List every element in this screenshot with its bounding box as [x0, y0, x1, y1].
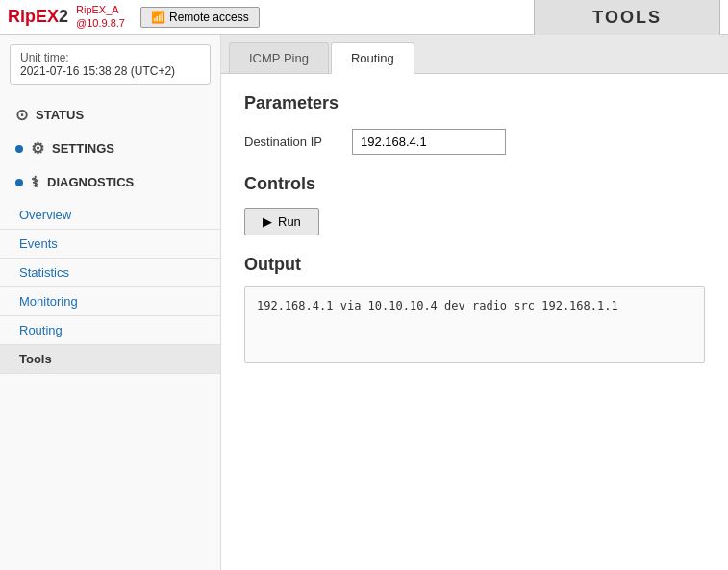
status-icon: ⊙: [15, 106, 28, 124]
logo: RipEX2: [8, 7, 68, 27]
settings-icon: ⚙: [31, 139, 44, 158]
output-box: 192.168.4.1 via 10.10.10.4 dev radio src…: [244, 286, 705, 363]
settings-label: SETTINGS: [52, 141, 114, 156]
play-icon: ▶: [263, 214, 272, 229]
sidebar: Unit time: 2021-07-16 15:38:28 (UTC+2) ⊙…: [0, 35, 221, 570]
nav-section: ⊙ STATUS ⚙ SETTINGS ⚕ DIAGNOSTICS: [0, 92, 220, 201]
dot-settings: [15, 145, 23, 153]
unit-time-value: 2021-07-16 15:38:28 (UTC+2): [20, 64, 200, 78]
sub-item-routing[interactable]: Routing: [0, 316, 220, 345]
sub-item-events[interactable]: Events: [0, 230, 220, 259]
device-name: RipEX_A: [76, 4, 125, 16]
destination-ip-input[interactable]: [352, 129, 506, 155]
run-button[interactable]: ▶ Run: [244, 208, 319, 235]
content-body: Parameters Destination IP Controls ▶ Run…: [221, 74, 728, 570]
run-label: Run: [278, 214, 301, 229]
sidebar-item-diagnostics[interactable]: ⚕ DIAGNOSTICS: [0, 165, 220, 199]
unit-time-label: Unit time:: [20, 51, 200, 64]
diagnostics-label: DIAGNOSTICS: [47, 175, 134, 189]
tab-icmp-ping[interactable]: ICMP Ping: [229, 42, 329, 73]
sub-item-monitoring[interactable]: Monitoring: [0, 287, 220, 316]
remote-access-button[interactable]: 📶 Remote access: [140, 7, 260, 28]
device-ip: @10.9.8.7: [76, 17, 125, 30]
header: RipEX2 RipEX_A @10.9.8.7 📶 Remote access…: [0, 0, 728, 35]
sidebar-item-status[interactable]: ⊙ STATUS: [0, 98, 220, 132]
remote-access-icon: 📶: [151, 11, 165, 24]
status-label: STATUS: [36, 108, 84, 122]
sub-item-tools[interactable]: Tools: [0, 345, 220, 374]
controls-title: Controls: [244, 174, 705, 194]
tab-routing[interactable]: Routing: [331, 42, 414, 74]
param-row-destination: Destination IP: [244, 129, 705, 155]
unit-time-box: Unit time: 2021-07-16 15:38:28 (UTC+2): [10, 44, 211, 85]
sidebar-item-settings[interactable]: ⚙ SETTINGS: [0, 132, 220, 165]
main-layout: Unit time: 2021-07-16 15:38:28 (UTC+2) ⊙…: [0, 35, 728, 570]
parameters-title: Parameters: [244, 93, 705, 113]
output-text: 192.168.4.1 via 10.10.10.4 dev radio src…: [257, 299, 618, 312]
dot-diagnostics: [15, 179, 23, 186]
remote-access-label: Remote access: [169, 11, 249, 24]
diagnostics-icon: ⚕: [31, 173, 39, 191]
device-info: RipEX_A @10.9.8.7: [76, 4, 125, 29]
tools-badge: TOOLS: [534, 0, 720, 36]
destination-ip-label: Destination IP: [244, 135, 340, 149]
tabs-bar: ICMP Ping Routing: [221, 35, 728, 74]
sub-item-overview[interactable]: Overview: [0, 201, 220, 230]
output-title: Output: [244, 255, 705, 275]
sub-item-statistics[interactable]: Statistics: [0, 259, 220, 287]
content-area: ICMP Ping Routing Parameters Destination…: [221, 35, 728, 570]
